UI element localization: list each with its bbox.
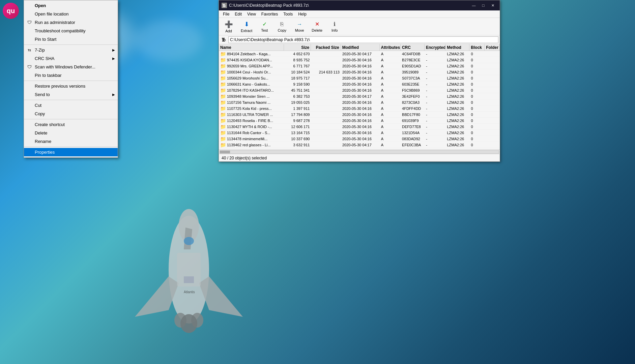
file-attrs-cell: A [380,105,401,111]
table-row[interactable]: 📁 1116303 ULTRA TOWER ... 17 794 8092020… [219,112,500,118]
menu-help[interactable]: Help [295,11,309,17]
file-name-cell: 📁 1093948 Monster Siren ... [219,93,284,99]
table-row[interactable]: 📁 1093948 Monster Siren ... 6 382 753202… [219,93,500,99]
table-row[interactable]: 📁 974435 KISIDA KYODAN... 8 935 7522020-… [219,57,500,63]
col-header-size[interactable]: Size [284,44,311,51]
col-header-name[interactable]: Name [219,44,284,51]
toolbar-extract-button[interactable]: ⬇ Extract [238,19,255,34]
col-header-modified[interactable]: Modified [341,44,380,51]
file-modified: 2020-05-30 04:17 [342,52,372,56]
table-row[interactable]: 📁 1139462 red glasses - Li... 3 632 9112… [219,142,500,148]
table-row[interactable]: 📁 1130427 MYTH & ROID -... 12 606 171202… [219,124,500,130]
file-crc: 1321D54A [402,131,420,135]
file-enc: - [426,64,427,68]
horizontal-scrollbar[interactable] [219,149,500,154]
menu-edit[interactable]: Edit [232,11,244,17]
col-header-encrypted[interactable]: Encrypted [425,44,445,51]
file-name-cell: 📁 1139462 red glasses - Li... [219,142,284,148]
toolbar-delete-button[interactable]: ✕ Delete [309,19,325,34]
file-method: LZMA2:26 [447,58,464,62]
file-attrs-cell: A [380,136,401,142]
defender-icon: 🛡 [27,64,32,70]
context-menu-item-delete[interactable]: Delete [24,129,118,137]
col-header-attrs[interactable]: Attributes [380,44,401,51]
table-row[interactable]: 📁 1131644 Rob Cantor - S... 13 164 71520… [219,130,500,136]
file-enc-cell: - [425,136,445,142]
toolbar-move-button[interactable]: → Move [291,19,308,34]
context-menu-item-crc[interactable]: CRC SHA ▶ [24,54,118,63]
context-menu-item-7zip[interactable]: 7z 7-Zip ▶ [24,46,118,54]
col-header-block[interactable]: Block [469,44,485,51]
file-enc-cell: - [425,51,445,57]
table-row[interactable]: 📁 992659 Mrs. GREEN APP... 6 771 7672020… [219,63,500,69]
table-row[interactable]: 📁 1120493 Roselia - FIRE B... 9 687 2782… [219,118,500,124]
file-folder-cell [485,105,500,111]
context-menu-item-pin-taskbar[interactable]: Pin to taskbar [24,71,118,80]
context-menu-item-properties[interactable]: Properties [24,148,118,156]
context-menu-label-cut: Cut [35,103,41,108]
addressbar-path[interactable]: C:\Users\C\Desktop\Beatmap Pack #893.7z\ [228,36,498,43]
context-menu-item-scan-defender[interactable]: 🛡 Scan with Windows Defender... [24,63,118,71]
file-name: 1116303 ULTRA TOWER ... [227,113,273,117]
maximize-button[interactable]: □ [479,2,488,9]
toolbar-test-button[interactable]: ✓ Test [256,19,273,34]
file-method: LZMA2:26 [447,70,464,74]
toolbar-copy-button[interactable]: ⎘ Copy [273,19,290,34]
context-menu-item-pin-start[interactable]: Pin to Start [24,35,118,43]
file-enc: - [426,125,427,129]
col-header-crc[interactable]: CRC [401,44,425,51]
taskbar-avatar[interactable]: qu [0,0,22,22]
file-size: 17 794 809 [291,113,310,117]
close-button[interactable]: ✕ [488,2,497,9]
table-row[interactable]: 📁 1066631 Kano - Gaikots... 9 158 590202… [219,81,500,87]
file-method-cell: LZMA2:26 [445,130,469,135]
file-crc: E90SD1AD [402,64,421,68]
context-menu-item-send-to[interactable]: Send to ▶ [24,90,118,99]
file-name-cell: 📁 1066631 Kano - Gaikots... [219,81,284,87]
table-row[interactable]: 📁 1056629 Morohoshi Su... 18 975 7172020… [219,75,500,81]
table-row[interactable]: 📁 1078294 ITO KASHITARO... 45 751 341202… [219,87,500,93]
context-menu-item-open-file-location[interactable]: Open file location [24,10,118,18]
filelist-body[interactable]: 📁 894104 Zektbach - Kaga... 4 652 670202… [219,51,500,149]
col-header-method[interactable]: Method [445,44,469,51]
minimize-button[interactable]: — [469,2,478,9]
scroll-thumb[interactable] [220,151,230,153]
menu-favorites[interactable]: Favorites [259,11,281,17]
context-menu-item-open[interactable]: Open [24,1,118,10]
table-row[interactable]: 📁 894104 Zektbach - Kaga... 4 652 670202… [219,51,500,57]
col-header-folder[interactable]: Folder [485,44,500,51]
file-attrs: A [381,70,383,74]
menu-file[interactable]: File [220,11,232,17]
file-crc: 083DAD92 [402,137,420,141]
toolbar-info-button[interactable]: ℹ Info [326,19,343,34]
file-block: 0 [471,64,473,68]
context-menu-item-run-as-admin[interactable]: 🛡 Run as administrator [24,18,118,27]
context-menu-item-restore[interactable]: Restore previous versions [24,82,118,90]
file-block: 0 [471,119,473,123]
zip-folder-icon: 📁 [220,75,226,81]
file-method-cell: LZMA2:26 [445,136,469,142]
context-menu-item-copy[interactable]: Copy [24,110,118,118]
table-row[interactable]: 📁 1000344 Ceui - Hoshi Or... 10 184 5242… [219,69,500,75]
7zip-titlebar: 🗜 C:\Users\C\Desktop\Beatmap Pack #893.7… [219,0,500,10]
toolbar-add-button[interactable]: ➕ Add [220,19,237,34]
context-menu-item-cut[interactable]: Cut [24,101,118,110]
menu-tools[interactable]: Tools [281,11,295,17]
menu-view[interactable]: View [244,11,259,17]
table-row[interactable]: 📁 1107725 Kola Kid - press... 1 397 9112… [219,105,500,112]
file-crc-cell: BBD17F80 [401,112,425,117]
zip-folder-icon: 📁 [220,88,226,93]
table-row[interactable]: 📁 1107156 Tamura Naomi ... 19 055 025202… [219,99,500,105]
scroll-track[interactable] [220,150,499,154]
table-row[interactable]: 📁 1134478 mimimemeMi... 10 337 6902020-0… [219,136,500,142]
test-icon: ✓ [260,21,268,28]
avatar-circle: qu [3,3,19,19]
file-block-cell: 0 [469,142,485,148]
file-packed-cell [311,57,341,63]
col-header-packed[interactable]: Packed Size [311,44,341,51]
file-method: LZMA2:26 [447,76,464,80]
file-crc-cell: 1321D54A [401,130,425,135]
context-menu-item-troubleshoot[interactable]: Troubleshoot compatibility [24,27,118,35]
context-menu-item-rename[interactable]: Rename [24,137,118,146]
context-menu-item-create-shortcut[interactable]: Create shortcut [24,120,118,129]
